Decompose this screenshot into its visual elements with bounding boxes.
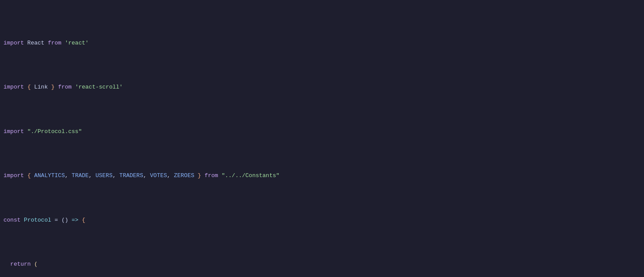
line-1: import React from 'react'	[0, 39, 644, 48]
code-editor: import React from 'react' import { Link …	[0, 0, 644, 277]
code-content: import React from 'react' import { Link …	[0, 0, 644, 277]
line-2: import { Link } from 'react-scroll'	[0, 83, 644, 92]
line-4: import { ANALYTICS, TRADE, USERS, TRADER…	[0, 171, 644, 181]
line-6: return (	[0, 260, 644, 269]
line-3: import "./Protocol.css"	[0, 127, 644, 137]
line-5: const Protocol = () => {	[0, 216, 644, 225]
